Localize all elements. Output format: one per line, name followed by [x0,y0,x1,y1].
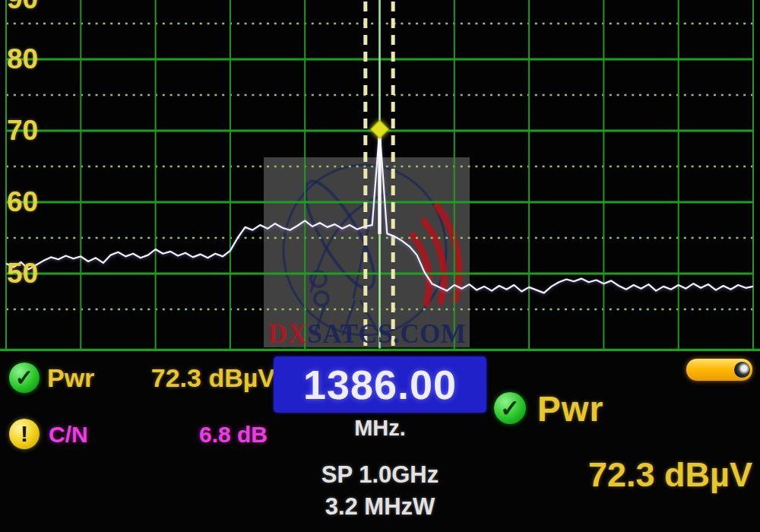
frequency-value: 1386.00 [303,361,457,408]
cn-value: 6.8 dB [152,422,268,448]
alert-glyph: ! [21,421,28,447]
spectrum-plot [0,0,760,351]
spectrum-chart: 9080706050 DXSATCS.COM [0,0,760,351]
cn-alert-icon: ! [9,419,40,449]
watermark-dx: DX [268,319,308,349]
watermark-text: DXSATCS.COM [258,319,476,350]
meter-screen: 9080706050 DXSATCS.COM ✓ Pwr 72.3 dBµV !… [0,0,760,532]
frequency-unit: MHz. [274,416,486,441]
check-glyph: ✓ [15,365,33,391]
pwr-value: 72.3 dBµV [112,363,275,393]
cn-label: C/N [49,422,88,448]
pwr-check-icon: ✓ [9,363,40,393]
battery-icon [686,359,752,381]
pwr-label-right: Pwr [537,388,603,429]
span-setting: SP 1.0GHz [251,461,509,489]
pwr-value-right: 72.3 dBµV [498,455,752,495]
status-panel: ✓ Pwr 72.3 dBµV ! C/N 6.8 dB 1386.00 MHz… [0,351,760,532]
marker-diamond [370,120,388,138]
pwr-label: Pwr [47,363,94,393]
watermark-rest: SATCS.COM [307,319,466,349]
bandwidth-setting: 3.2 MHzW [251,493,509,521]
frequency-display: 1386.00 [274,356,486,413]
check-glyph: ✓ [500,394,520,423]
pwr-check-icon-right: ✓ [494,392,526,424]
